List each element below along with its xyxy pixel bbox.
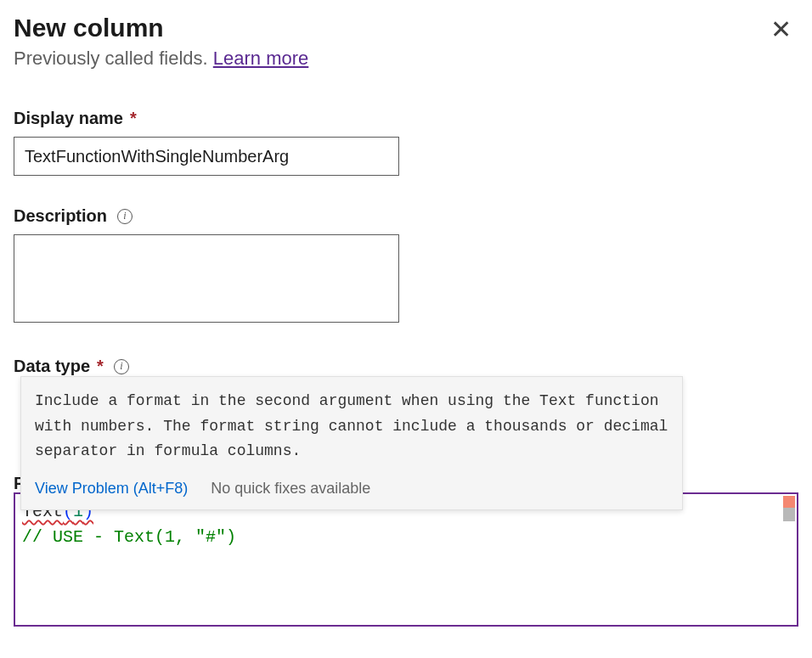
close-icon[interactable]: ✕ (764, 14, 798, 46)
required-indicator: * (130, 109, 137, 128)
display-name-label: Display name * (14, 109, 798, 128)
data-type-label: Data type * i (14, 357, 798, 376)
display-name-input[interactable] (14, 137, 399, 176)
editor-line-2[interactable]: // USE - Text(1, "#") (22, 525, 790, 550)
data-type-label-text: Data type (14, 357, 90, 376)
info-icon[interactable]: i (117, 209, 133, 224)
no-fixes-text: No quick fixes available (211, 480, 370, 497)
error-marker-icon[interactable] (783, 496, 795, 508)
panel-title: New column (14, 14, 308, 42)
panel-subtitle: Previously called fields. Learn more (14, 48, 308, 70)
view-problem-link[interactable]: View Problem (Alt+F8) (35, 480, 188, 497)
info-icon[interactable]: i (114, 359, 129, 374)
learn-more-link[interactable]: Learn more (213, 48, 309, 69)
tooltip-message: Include a format in the second argument … (21, 377, 682, 475)
formula-editor[interactable]: Text(1) // USE - Text(1, "#") (14, 492, 798, 627)
description-label: Description i (14, 206, 798, 226)
display-name-label-text: Display name (14, 109, 123, 128)
scrollbar-thumb[interactable] (783, 508, 795, 521)
description-input[interactable] (14, 234, 399, 323)
subtitle-text: Previously called fields. (14, 48, 213, 69)
problem-tooltip: Include a format in the second argument … (20, 376, 683, 510)
required-indicator: * (97, 357, 104, 376)
description-label-text: Description (14, 206, 107, 226)
